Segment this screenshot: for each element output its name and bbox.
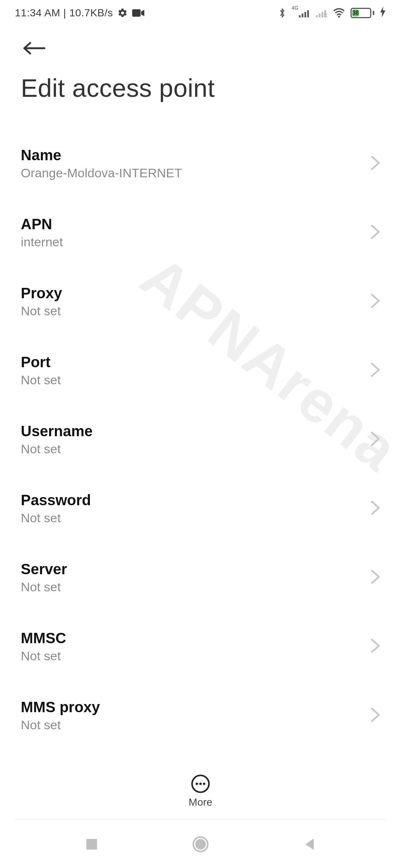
svg-rect-1	[299, 15, 301, 17]
setting-value: Not set	[21, 442, 92, 456]
chevron-right-icon	[371, 500, 380, 517]
svg-point-14	[196, 783, 198, 785]
square-icon	[85, 838, 98, 851]
chevron-right-icon	[371, 293, 380, 310]
chevron-right-icon	[371, 155, 380, 172]
wifi-icon	[333, 8, 345, 18]
setting-label: MMSC	[21, 630, 66, 647]
chevron-right-icon	[371, 569, 380, 586]
chevron-right-icon	[371, 224, 380, 241]
setting-value: internet	[21, 235, 63, 249]
more-label: More	[189, 796, 212, 808]
setting-row-server[interactable]: Server Not set	[21, 543, 380, 612]
setting-label: Proxy	[21, 285, 62, 302]
nav-bar	[0, 821, 401, 868]
setting-row-proxy[interactable]: Proxy Not set	[21, 267, 380, 336]
setting-label: MMS proxy	[21, 699, 100, 716]
setting-value: Not set	[21, 373, 61, 387]
back-button[interactable]	[21, 35, 47, 61]
status-time-speed: 11:34 AM | 10.7KB/s	[15, 7, 113, 19]
setting-row-mms-proxy[interactable]: MMS proxy Not set	[21, 681, 380, 750]
setting-label: Password	[21, 492, 91, 509]
svg-point-15	[199, 783, 202, 785]
signal-4g-label: 4G	[291, 5, 299, 14]
svg-point-16	[203, 783, 205, 785]
svg-rect-0	[132, 9, 141, 17]
circle-icon	[192, 836, 209, 853]
toolbar-divider	[15, 819, 386, 820]
settings-list: Name Orange-Moldova-INTERNET APN interne…	[0, 129, 401, 750]
svg-rect-4	[307, 10, 309, 18]
settings-scroll[interactable]: Name Orange-Moldova-INTERNET APN interne…	[0, 129, 401, 786]
signal-sim2-icon	[316, 9, 327, 17]
setting-row-port[interactable]: Port Not set	[21, 336, 380, 405]
setting-row-username[interactable]: Username Not set	[21, 405, 380, 474]
chevron-right-icon	[371, 431, 380, 448]
setting-value: Not set	[21, 580, 67, 594]
more-button[interactable]	[190, 773, 211, 794]
page-title: Edit access point	[0, 70, 401, 129]
triangle-left-icon	[303, 837, 316, 851]
bottom-toolbar: More	[0, 761, 401, 821]
chevron-right-icon	[371, 362, 380, 379]
setting-row-mmsc[interactable]: MMSC Not set	[21, 612, 380, 681]
bluetooth-icon	[278, 7, 286, 19]
nav-home-button[interactable]	[188, 831, 213, 857]
svg-rect-6	[319, 14, 321, 18]
setting-value: Orange-Moldova-INTERNET	[21, 166, 182, 180]
setting-row-password[interactable]: Password Not set	[21, 474, 380, 543]
nav-recents-button[interactable]	[79, 831, 105, 857]
camera-icon	[132, 9, 145, 17]
status-bar: 11:34 AM | 10.7KB/s 4G 38	[0, 0, 401, 26]
setting-label: Username	[21, 423, 92, 440]
header-bar	[0, 26, 401, 70]
setting-label: Server	[21, 561, 67, 578]
chevron-right-icon	[371, 638, 380, 655]
svg-rect-7	[322, 12, 323, 17]
setting-row-apn[interactable]: APN internet	[21, 198, 380, 267]
svg-point-19	[195, 839, 206, 849]
svg-rect-17	[86, 839, 97, 850]
setting-label: Port	[21, 354, 61, 371]
setting-value: Not set	[21, 511, 91, 525]
svg-rect-5	[316, 15, 318, 17]
battery-percent: 38	[352, 10, 359, 16]
arrow-left-icon	[22, 41, 46, 56]
battery-indicator: 38	[351, 8, 374, 18]
setting-label: Name	[21, 147, 182, 164]
setting-value: Not set	[21, 718, 100, 732]
more-icon	[191, 774, 210, 793]
signal-sim1-icon: 4G	[291, 9, 310, 17]
status-left: 11:34 AM | 10.7KB/s	[15, 7, 145, 19]
svg-rect-3	[304, 12, 306, 17]
svg-point-11	[338, 16, 340, 17]
setting-label: APN	[21, 216, 63, 233]
setting-row-name[interactable]: Name Orange-Moldova-INTERNET	[21, 129, 380, 198]
charging-icon	[379, 6, 386, 20]
setting-value: Not set	[21, 304, 62, 318]
svg-rect-2	[302, 14, 304, 18]
status-right: 4G 38	[278, 6, 386, 20]
chevron-right-icon	[371, 707, 380, 724]
gear-icon	[117, 8, 128, 18]
nav-back-button[interactable]	[296, 831, 322, 857]
setting-value: Not set	[21, 649, 66, 663]
